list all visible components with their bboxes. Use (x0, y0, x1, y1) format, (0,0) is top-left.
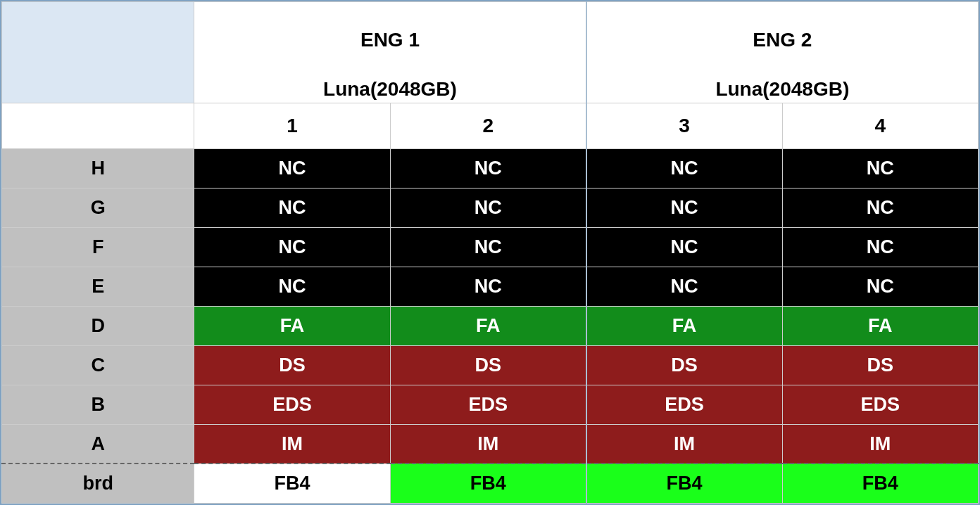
brd-cell-2[interactable]: FB4 (390, 464, 586, 503)
brd-cell-3[interactable]: FB4 (586, 464, 782, 503)
status-cell[interactable]: NC (586, 267, 782, 306)
status-cell[interactable]: NC (586, 148, 782, 188)
status-cell[interactable]: IM (390, 424, 586, 464)
status-cell[interactable]: NC (194, 188, 390, 227)
table-row: ENCNCNCNC (2, 267, 979, 306)
status-cell[interactable]: EDS (586, 385, 782, 424)
row-label-C: C (2, 345, 194, 385)
status-cell[interactable]: NC (390, 227, 586, 267)
status-cell[interactable]: NC (390, 267, 586, 306)
status-cell[interactable]: FA (194, 306, 390, 345)
group-title-1b: Luna(2048GB) (323, 78, 457, 100)
group-title-2b: Luna(2048GB) (715, 78, 849, 100)
status-cell[interactable]: EDS (194, 385, 390, 424)
status-cell[interactable]: NC (194, 227, 390, 267)
status-cell[interactable]: NC (390, 148, 586, 188)
group-title-2: ENG 2 (753, 29, 812, 51)
row-label-A: A (2, 424, 194, 464)
status-cell[interactable]: FA (390, 306, 586, 345)
status-cell[interactable]: NC (194, 267, 390, 306)
group-header-eng1: ENG 1 Luna(2048GB) (194, 2, 586, 103)
row-label-F: F (2, 227, 194, 267)
col-2: 2 (390, 103, 586, 148)
table-row: BEDSEDSEDSEDS (2, 385, 979, 424)
status-cell[interactable]: IM (194, 424, 390, 464)
col-3: 3 (586, 103, 782, 148)
status-cell[interactable]: DS (586, 345, 782, 385)
group-title-1: ENG 1 (360, 29, 420, 51)
row-label-G: G (2, 188, 194, 227)
table-row: CDSDSDSDS (2, 345, 979, 385)
status-cell[interactable]: NC (782, 188, 978, 227)
group-header-eng2: ENG 2 Luna(2048GB) (586, 2, 979, 103)
row-label-E: E (2, 267, 194, 306)
col-1: 1 (194, 103, 390, 148)
table-row: FNCNCNCNC (2, 227, 979, 267)
row-label-brd: brd (2, 464, 194, 503)
status-cell[interactable]: EDS (390, 385, 586, 424)
status-cell[interactable]: IM (782, 424, 978, 464)
status-cell[interactable]: NC (390, 188, 586, 227)
table-row: AIMIMIMIM (2, 424, 979, 464)
status-grid: ENG 1 Luna(2048GB) ENG 2 Luna(2048GB) 1 … (0, 0, 980, 505)
status-cell[interactable]: DS (782, 345, 978, 385)
status-cell[interactable]: IM (586, 424, 782, 464)
status-cell[interactable]: NC (782, 227, 978, 267)
col-label-blank (2, 103, 194, 148)
corner-cell (2, 2, 194, 103)
footer-row-brd: brd FB4 FB4 FB4 FB4 (2, 464, 979, 503)
status-cell[interactable]: NC (586, 227, 782, 267)
col-4: 4 (782, 103, 978, 148)
row-label-H: H (2, 148, 194, 188)
status-table: ENG 1 Luna(2048GB) ENG 2 Luna(2048GB) 1 … (1, 1, 979, 504)
status-cell[interactable]: NC (586, 188, 782, 227)
status-cell[interactable]: EDS (782, 385, 978, 424)
status-cell[interactable]: FA (586, 306, 782, 345)
status-cell[interactable]: DS (390, 345, 586, 385)
status-cell[interactable]: NC (782, 267, 978, 306)
table-row: DFAFAFAFA (2, 306, 979, 345)
brd-cell-1[interactable]: FB4 (194, 464, 390, 503)
column-number-row: 1 2 3 4 (2, 103, 979, 148)
status-cell[interactable]: NC (194, 148, 390, 188)
brd-cell-4[interactable]: FB4 (782, 464, 978, 503)
table-row: GNCNCNCNC (2, 188, 979, 227)
row-label-D: D (2, 306, 194, 345)
status-cell[interactable]: DS (194, 345, 390, 385)
row-label-B: B (2, 385, 194, 424)
status-cell[interactable]: FA (782, 306, 978, 345)
group-header-row: ENG 1 Luna(2048GB) ENG 2 Luna(2048GB) (2, 2, 979, 103)
status-cell[interactable]: NC (782, 148, 978, 188)
table-row: HNCNCNCNC (2, 148, 979, 188)
